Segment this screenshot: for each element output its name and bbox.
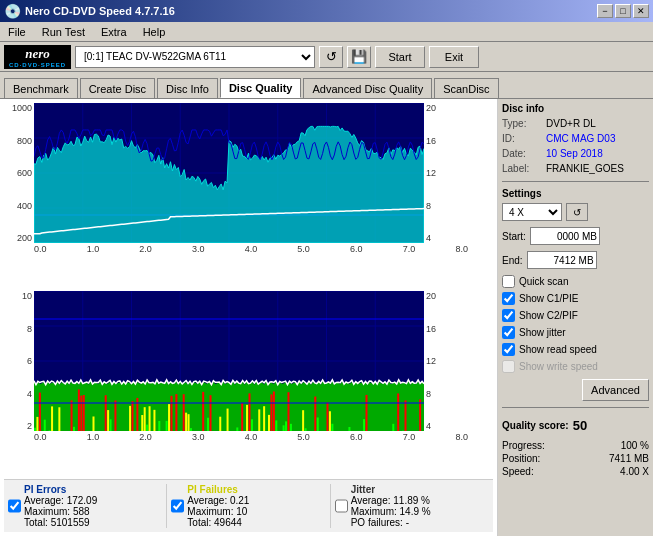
show-jitter-row: Show jitter — [502, 326, 649, 339]
y1r-label-20: 20 — [426, 103, 436, 113]
toolbar: nero CD·DVD·SPEED [0:1] TEAC DV-W522GMA … — [0, 42, 653, 72]
end-row: End: — [502, 251, 649, 269]
pi-failures-values: PI Failures Average: 0.21 Maximum: 10 To… — [187, 484, 249, 528]
advanced-button[interactable]: Advanced — [582, 379, 649, 401]
disc-date-row: Date: 10 Sep 2018 — [502, 148, 649, 159]
pi-failures-avg-row: Average: 0.21 — [187, 495, 249, 506]
disc-date-val: 10 Sep 2018 — [546, 148, 603, 159]
pi-failures-checkbox[interactable] — [171, 484, 184, 528]
pi-failures-total: 49644 — [214, 517, 242, 528]
jitter-po: - — [406, 517, 409, 528]
y2-label-8: 8 — [27, 324, 32, 334]
quality-score-row: Quality score: 50 — [502, 418, 649, 433]
top-chart-container: 1000 800 600 400 200 20 16 12 8 4 — [4, 103, 493, 291]
minimize-button[interactable]: − — [597, 4, 613, 18]
bottom-chart-wrapper: 10 8 6 4 2 20 16 12 8 4 — [4, 291, 493, 431]
quick-scan-checkbox[interactable] — [502, 275, 515, 288]
tab-bar: Benchmark Create Disc Disc Info Disc Qua… — [0, 72, 653, 98]
jitter-checkbox[interactable] — [335, 484, 348, 528]
quick-scan-label: Quick scan — [519, 276, 568, 287]
disc-id-val: CMC MAG D03 — [546, 133, 615, 144]
y1-label-600: 600 — [17, 168, 32, 178]
tab-benchmark[interactable]: Benchmark — [4, 78, 78, 98]
y2r-label-4: 4 — [426, 421, 431, 431]
start-input[interactable] — [530, 227, 600, 245]
speed-select[interactable]: 4 X — [502, 203, 562, 221]
disc-type-row: Type: DVD+R DL — [502, 118, 649, 129]
separator-1 — [502, 181, 649, 182]
show-write-checkbox[interactable] — [502, 360, 515, 373]
show-read-checkbox[interactable] — [502, 343, 515, 356]
show-c1-label: Show C1/PIE — [519, 293, 578, 304]
end-input[interactable] — [527, 251, 597, 269]
jitter-avg-row: Average: 11.89 % — [351, 495, 431, 506]
show-c1-row: Show C1/PIE — [502, 292, 649, 305]
show-jitter-checkbox[interactable] — [502, 326, 515, 339]
show-jitter-label: Show jitter — [519, 327, 566, 338]
bottom-chart-container: 10 8 6 4 2 20 16 12 8 4 0.01.02.03.04.05… — [4, 291, 493, 479]
tab-disc-info[interactable]: Disc Info — [157, 78, 218, 98]
y-axis-left-2: 10 8 6 4 2 — [4, 291, 34, 431]
jitter-po-row: PO failures: - — [351, 517, 431, 528]
tab-disc-quality[interactable]: Disc Quality — [220, 78, 302, 98]
show-c2-row: Show C2/PIF — [502, 309, 649, 322]
disc-date-key: Date: — [502, 148, 542, 159]
title-bar-left: 💿 Nero CD-DVD Speed 4.7.7.16 — [4, 3, 175, 19]
stats-row: PI Errors Average: 172.09 Maximum: 588 T… — [4, 479, 493, 532]
quality-value: 50 — [573, 418, 587, 433]
tab-create-disc[interactable]: Create Disc — [80, 78, 155, 98]
pi-failures-max-row: Maximum: 10 — [187, 506, 249, 517]
y1-label-200: 200 — [17, 233, 32, 243]
pi-errors-max-row: Maximum: 588 — [24, 506, 97, 517]
progress-section: Progress: 100 % Position: 7411 MB Speed:… — [502, 440, 649, 479]
tab-advanced-disc-quality[interactable]: Advanced Disc Quality — [303, 78, 432, 98]
y1r-label-16: 16 — [426, 136, 436, 146]
menu-help[interactable]: Help — [139, 25, 170, 39]
chart-area: 1000 800 600 400 200 20 16 12 8 4 — [0, 99, 498, 536]
pi-failures-total-row: Total: 49644 — [187, 517, 249, 528]
save-icon-button[interactable]: 💾 — [347, 46, 371, 68]
start-button[interactable]: Start — [375, 46, 425, 68]
nero-logo-text: nero — [25, 46, 50, 62]
refresh-icon-button[interactable]: ↺ — [319, 46, 343, 68]
y1-label-800: 800 — [17, 136, 32, 146]
jitter-stat: Jitter Average: 11.89 % Maximum: 14.9 % … — [335, 484, 489, 528]
pi-errors-avg: 172.09 — [67, 495, 98, 506]
nero-logo: nero CD·DVD·SPEED — [4, 45, 71, 69]
start-row: Start: — [502, 227, 649, 245]
close-button[interactable]: ✕ — [633, 4, 649, 18]
menu-file[interactable]: File — [4, 25, 30, 39]
jitter-max-row: Maximum: 14.9 % — [351, 506, 431, 517]
maximize-button[interactable]: □ — [615, 4, 631, 18]
pi-failures-max: 10 — [236, 506, 247, 517]
y2-label-6: 6 — [27, 356, 32, 366]
nero-logo-sub: CD·DVD·SPEED — [9, 62, 66, 68]
pi-errors-avg-row: Average: 172.09 — [24, 495, 97, 506]
disc-label-row: Label: FRANKIE_GOES — [502, 163, 649, 174]
tab-scan-disc[interactable]: ScanDisc — [434, 78, 498, 98]
exit-button[interactable]: Exit — [429, 46, 479, 68]
y-axis-right-1: 20 16 12 8 4 — [424, 103, 449, 243]
speed-row-2: Speed: 4.00 X — [502, 466, 649, 477]
show-c1-checkbox[interactable] — [502, 292, 515, 305]
app-icon: 💿 — [4, 3, 21, 19]
pi-failures-stat: PI Failures Average: 0.21 Maximum: 10 To… — [171, 484, 325, 528]
y1r-label-12: 12 — [426, 168, 436, 178]
top-chart-wrapper: 1000 800 600 400 200 20 16 12 8 4 — [4, 103, 493, 243]
speed-val: 4.00 X — [620, 466, 649, 477]
disc-label-key: Label: — [502, 163, 542, 174]
y2r-label-12: 12 — [426, 356, 436, 366]
y1r-label-8: 8 — [426, 201, 431, 211]
pi-errors-total: 5101559 — [51, 517, 90, 528]
divider-2 — [330, 484, 331, 528]
pi-errors-checkbox[interactable] — [8, 484, 21, 528]
drive-select[interactable]: [0:1] TEAC DV-W522GMA 6T11 — [75, 46, 315, 68]
menu-run-test[interactable]: Run Test — [38, 25, 89, 39]
show-read-row: Show read speed — [502, 343, 649, 356]
speed-refresh-button[interactable]: ↺ — [566, 203, 588, 221]
pi-errors-values: PI Errors Average: 172.09 Maximum: 588 T… — [24, 484, 97, 528]
show-c2-checkbox[interactable] — [502, 309, 515, 322]
position-row: Position: 7411 MB — [502, 453, 649, 464]
y2-label-4: 4 — [27, 389, 32, 399]
menu-extra[interactable]: Extra — [97, 25, 131, 39]
